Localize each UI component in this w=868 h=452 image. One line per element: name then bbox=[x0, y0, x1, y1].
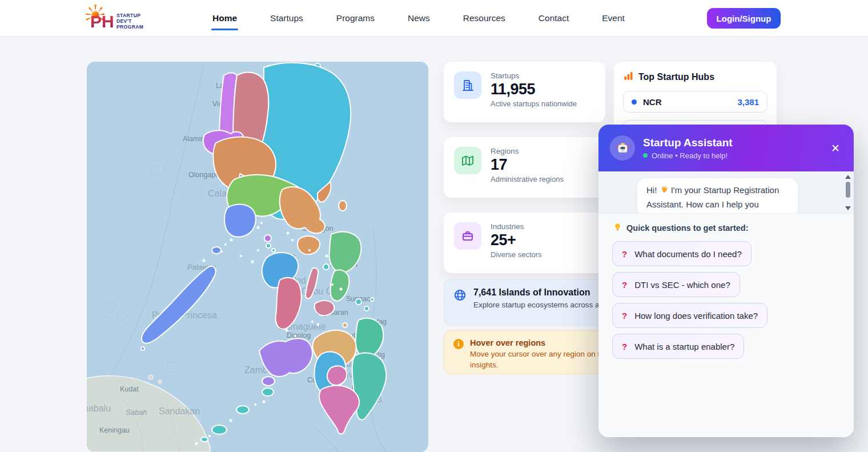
nav-item[interactable]: Startups bbox=[270, 7, 303, 29]
wave-icon bbox=[660, 185, 669, 198]
stat-subtitle: Administrative regions bbox=[491, 175, 564, 183]
map-region-masbate[interactable] bbox=[298, 236, 320, 254]
hub-dot bbox=[632, 99, 637, 105]
chat-status: Online • Ready to help! bbox=[643, 151, 829, 160]
map-region-balabac[interactable] bbox=[141, 347, 144, 350]
philippines-map[interactable]: LaoagViganTabukIlaganAlaminosTarlac City… bbox=[87, 62, 428, 452]
top-navbar: PH STARTUP DEV'T PROGRAM Home Startups P… bbox=[0, 0, 868, 37]
brand-wordmark: STARTUP DEV'T PROGRAM bbox=[116, 13, 143, 30]
page: PH STARTUP DEV'T PROGRAM Home Startups P… bbox=[0, 0, 868, 452]
scroll-up-arrow[interactable] bbox=[845, 175, 851, 179]
question-icon: ? bbox=[622, 280, 627, 290]
nav-item[interactable]: Home bbox=[212, 7, 237, 29]
map-region-catanduanes[interactable] bbox=[339, 201, 347, 211]
map-region-marinduque[interactable] bbox=[264, 235, 271, 242]
map-region-zamboanga-city[interactable] bbox=[262, 377, 275, 386]
stat-card-industries: Industries 25+ Diverse sectors bbox=[444, 213, 605, 273]
quick-question-button[interactable]: ? What documents do I need? bbox=[612, 241, 752, 266]
map-place-label: Kudat bbox=[120, 385, 139, 393]
map-region-camiguin[interactable] bbox=[343, 323, 347, 327]
brand-ph-text: PH bbox=[90, 12, 114, 31]
stat-subtitle: Active startups nationwide bbox=[491, 99, 577, 108]
briefcase-icon bbox=[454, 222, 481, 250]
close-icon[interactable]: ✕ bbox=[829, 141, 842, 156]
question-icon: ? bbox=[622, 311, 627, 321]
startup-assistant-chat: Startup Assistant Online • Ready to help… bbox=[598, 125, 854, 437]
chat-scrollbar[interactable] bbox=[845, 174, 851, 211]
stat-value: 11,955 bbox=[491, 81, 577, 98]
map-region-sulu[interactable] bbox=[201, 437, 208, 442]
hub-name: NCR bbox=[643, 97, 737, 107]
stat-label: Regions bbox=[491, 147, 564, 155]
stat-card-startups: Startups 11,955 Active startups nationwi… bbox=[444, 62, 605, 122]
bulb-icon bbox=[613, 223, 622, 233]
chat-title: Startup Assistant bbox=[643, 137, 829, 149]
stat-label: Industries bbox=[491, 222, 542, 231]
map-place-label: Olongapo bbox=[188, 171, 219, 179]
map-region-dinagat[interactable] bbox=[371, 298, 374, 301]
map-place-label: Keningau bbox=[99, 426, 130, 434]
stat-subtitle: Diverse sectors bbox=[491, 250, 542, 259]
nav-item[interactable]: Contact bbox=[539, 7, 569, 29]
stat-value: 25+ bbox=[491, 231, 542, 249]
nav-item[interactable]: Event bbox=[602, 7, 625, 29]
map-region-mindoro[interactable] bbox=[224, 204, 256, 237]
quick-question-button[interactable]: ? What is a startup enabler? bbox=[612, 334, 744, 359]
main-nav: Home Startups Programs News Resources Co… bbox=[212, 0, 658, 37]
hubs-title: Top Startup Hubs bbox=[638, 72, 714, 82]
map-region-biliran[interactable] bbox=[323, 264, 329, 270]
map-region-romblon[interactable] bbox=[272, 249, 275, 252]
info-icon: i bbox=[453, 339, 464, 349]
brand-logo[interactable]: PH STARTUP DEV'T PROGRAM bbox=[86, 5, 143, 32]
bar-chart-icon bbox=[623, 71, 633, 83]
assistant-message-bubble: Hi! I'm your Startup Registration Assist… bbox=[637, 178, 798, 214]
chat-body: Quick questions to get started: ? What d… bbox=[598, 214, 854, 437]
nav-item[interactable]: Programs bbox=[336, 7, 375, 29]
map-place-label: nabalu bbox=[87, 403, 111, 413]
chat-messages-area[interactable]: Hi! I'm your Startup Registration Assist… bbox=[598, 171, 854, 214]
map-region-romblon[interactable] bbox=[266, 243, 271, 248]
quick-question-button[interactable]: ? DTI vs SEC - which one? bbox=[612, 272, 740, 297]
map-place-label: Sandakan bbox=[159, 406, 200, 416]
stat-label: Startups bbox=[491, 71, 577, 80]
quick-questions-label: Quick questions to get started: bbox=[613, 223, 854, 233]
question-icon: ? bbox=[622, 342, 627, 351]
chat-header: Startup Assistant Online • Ready to help… bbox=[598, 125, 854, 171]
globe-icon bbox=[453, 289, 467, 317]
map-region-bohol[interactable] bbox=[315, 301, 335, 315]
map-region-sulu[interactable] bbox=[212, 425, 227, 434]
hub-value: 3,381 bbox=[737, 97, 759, 107]
map-region-basilan[interactable] bbox=[262, 388, 274, 396]
map-region-barmm[interactable] bbox=[327, 366, 347, 385]
robot-avatar-icon bbox=[610, 135, 635, 161]
login-signup-button[interactable]: Login/Signup bbox=[707, 8, 781, 29]
nav-item[interactable]: Resources bbox=[463, 7, 505, 29]
building-icon bbox=[454, 71, 481, 99]
nav-item[interactable]: News bbox=[408, 7, 430, 29]
stat-card-regions: Regions 17 Administrative regions bbox=[444, 137, 605, 198]
sun-logo-icon: PH bbox=[86, 5, 119, 32]
map-region-calamian[interactable] bbox=[212, 247, 221, 254]
map-region-dinagat[interactable] bbox=[356, 299, 361, 305]
scroll-down-arrow[interactable] bbox=[845, 206, 851, 210]
map-icon bbox=[454, 147, 481, 174]
map-region-sulu[interactable] bbox=[236, 406, 249, 414]
hub-row-ncr[interactable]: NCR 3,381 bbox=[623, 91, 767, 113]
question-icon: ? bbox=[622, 249, 627, 259]
online-status-dot bbox=[643, 153, 648, 158]
quick-question-button[interactable]: ? How long does verification take? bbox=[612, 303, 767, 328]
scroll-thumb[interactable] bbox=[846, 182, 850, 198]
quick-questions-list: ? What documents do I need? ? DTI vs SEC… bbox=[612, 241, 839, 365]
map-place-label: Sabah bbox=[126, 408, 147, 417]
stat-value: 17 bbox=[491, 156, 564, 174]
map-region-dinagat[interactable] bbox=[364, 306, 369, 311]
